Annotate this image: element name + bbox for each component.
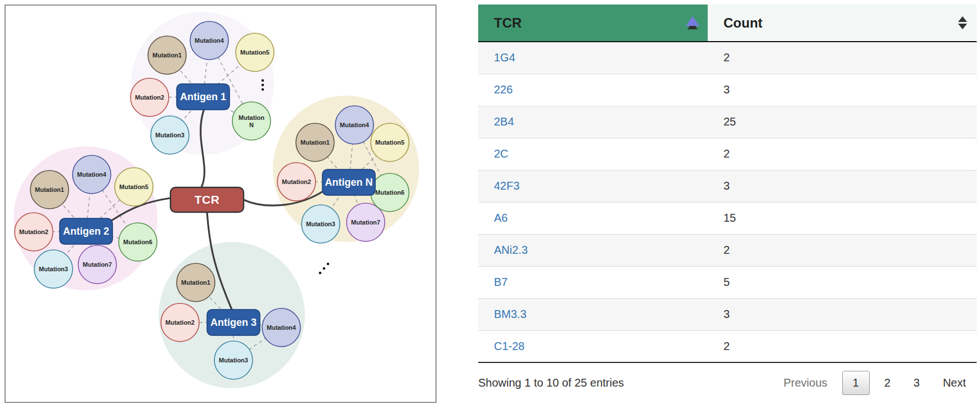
mutation-node-label: Mutation5 (119, 183, 149, 190)
mutation-node-label: Mutation1 (35, 186, 64, 193)
tcr-link[interactable]: 2C (494, 147, 509, 160)
mutation-node-label: Mutation1 (152, 52, 182, 59)
mutation-node-label: Mutation2 (282, 178, 311, 185)
table-row: ANi2.32 (478, 234, 977, 266)
tcr-link[interactable]: C1-28 (494, 340, 524, 352)
table-row: 2B425 (478, 106, 977, 138)
table-row: C1-282 (478, 330, 977, 362)
tcr-cell: B7 (478, 266, 708, 298)
mutation-node-label: Mutation1 (300, 139, 330, 146)
table-row: B75 (478, 266, 977, 298)
mutation-node-label: Mutation6 (375, 189, 404, 196)
count-cell: 3 (708, 74, 977, 106)
count-cell: 2 (708, 42, 977, 74)
mutation-node-label: Mutation7 (83, 261, 112, 268)
table-row: 2C2 (478, 138, 977, 170)
table-row: 2263 (478, 74, 977, 106)
tcr-link[interactable]: 226 (494, 83, 513, 96)
count-cell: 2 (708, 138, 977, 170)
table-info: Showing 1 to 10 of 25 entries (478, 376, 624, 389)
tcr-cell: ANi2.3 (478, 234, 708, 266)
mutation-node-label: Mutation3 (219, 357, 248, 364)
tcr-cell: 42F3 (478, 170, 708, 202)
antigen-1-node-label: Antigen 1 (180, 91, 226, 102)
count-cell: 3 (708, 298, 977, 330)
count-cell: 2 (708, 330, 977, 362)
pagination-page-1[interactable]: 1 (842, 371, 870, 395)
tcr-cell: A6 (478, 202, 708, 234)
sort-both-icon (956, 16, 969, 30)
vertical-ellipsis (262, 79, 264, 91)
table-row: BM3.33 (478, 298, 977, 330)
antigen-1-mutation-node (232, 102, 271, 140)
table-row: 42F33 (478, 170, 977, 202)
tcr-cell: 1G4 (478, 42, 708, 74)
antigen-n-node-label: Antigen N (325, 177, 373, 188)
tcr-link[interactable]: 2B4 (494, 115, 514, 128)
tcr-cell: 2C (478, 138, 708, 170)
count-cell: 3 (708, 170, 977, 202)
mutation-node-label: Mutation6 (123, 239, 152, 245)
column-header-tcr-label: TCR (494, 15, 522, 30)
tcr-cell: C1-28 (478, 330, 708, 362)
tcr-link[interactable]: A6 (494, 212, 507, 224)
tcr-count-table: TCR Count 1G4222632B4252C242F33A615ANi2.… (478, 5, 977, 363)
column-header-count[interactable]: Count (708, 5, 977, 42)
table-row: A615 (478, 202, 977, 234)
pagination: Previous 123 Next (775, 371, 977, 395)
antigen-2-node-label: Antigen 2 (63, 226, 109, 237)
mutation-node-label: Mutation3 (306, 221, 335, 227)
tcr-link[interactable]: BM3.3 (494, 308, 527, 320)
mutation-node-label: Mutation5 (240, 49, 269, 56)
table-footer: Showing 1 to 10 of 25 entries Previous 1… (478, 371, 977, 395)
mutation-node-label: Mutation7 (351, 219, 380, 226)
tcr-table-panel: TCR Count 1G4222632B4252C242F33A615ANi2.… (478, 5, 977, 395)
diagonal-ellipsis (319, 263, 330, 275)
sort-ascending-icon (685, 15, 700, 31)
mutation-node-label: Mutation4 (77, 171, 107, 178)
count-cell: 15 (708, 202, 977, 234)
tcr-link[interactable]: B7 (494, 276, 507, 288)
mutation-node-label: Mutation2 (19, 228, 48, 235)
mutation-node-label: Mutation3 (39, 266, 68, 272)
mutation-node-label: Mutation2 (135, 94, 164, 101)
mutation-node-label: Mutation2 (165, 319, 195, 326)
table-row: 1G42 (478, 42, 977, 74)
tcr-node-label: TCR (195, 193, 220, 206)
mutation-node-label: Mutation5 (375, 139, 404, 146)
tcr-link[interactable]: 1G4 (494, 51, 515, 64)
tcr-antigen-diagram-panel: Mutation1Mutation4Mutation5Mutation2Muta… (5, 5, 437, 403)
tcr-cell: 226 (478, 74, 708, 106)
count-cell: 5 (708, 266, 977, 298)
count-cell: 25 (708, 106, 977, 138)
column-header-tcr[interactable]: TCR (478, 5, 708, 42)
tcr-antigen-network-diagram: Mutation1Mutation4Mutation5Mutation2Muta… (6, 6, 435, 402)
pagination-next[interactable]: Next (934, 371, 974, 395)
pagination-previous[interactable]: Previous (775, 371, 836, 395)
antigen-3-node-label: Antigen 3 (210, 317, 257, 328)
mutation-node-label: Mutation4 (340, 122, 370, 128)
pagination-page-3[interactable]: 3 (905, 371, 928, 395)
tcr-link[interactable]: 42F3 (494, 180, 520, 192)
mutation-node-label: Mutation4 (195, 37, 224, 44)
table-header-row: TCR Count (478, 5, 977, 42)
count-cell: 2 (708, 234, 977, 266)
column-header-count-label: Count (723, 15, 762, 30)
tcr-cell: BM3.3 (478, 298, 708, 330)
tcr-cell: 2B4 (478, 106, 708, 138)
pagination-page-2[interactable]: 2 (876, 371, 899, 395)
tcr-link[interactable]: ANi2.3 (494, 244, 528, 256)
mutation-node-label: Mutation1 (181, 279, 210, 286)
mutation-node-label: Mutation3 (155, 132, 185, 138)
mutation-node-label: Mutation4 (267, 324, 296, 331)
